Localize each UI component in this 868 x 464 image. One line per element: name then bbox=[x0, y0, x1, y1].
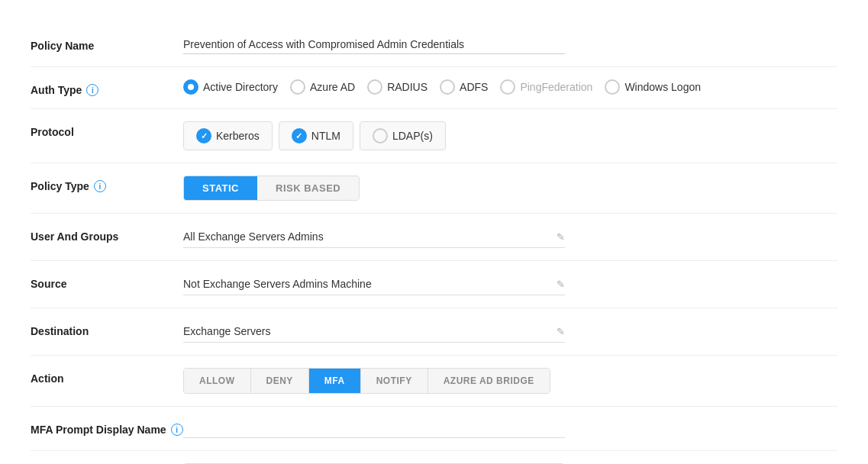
protocol-ldaps[interactable]: LDAP(s) bbox=[360, 121, 446, 150]
auth-type-active-directory[interactable]: Active Directory bbox=[183, 79, 278, 95]
auth-type-windows-label: Windows Logon bbox=[624, 81, 701, 93]
auth-type-windows-logon[interactable]: Windows Logon bbox=[605, 79, 701, 95]
action-allow-button[interactable]: ALLOW bbox=[184, 369, 251, 393]
auth-type-azure-ad[interactable]: Azure AD bbox=[290, 79, 355, 95]
destination-label: Destination bbox=[31, 321, 183, 337]
protocol-ntlm[interactable]: NTLM bbox=[279, 121, 353, 150]
policy-name-row: Policy Name bbox=[31, 23, 837, 66]
user-groups-field[interactable]: All Exchange Servers Admins ✎ bbox=[183, 226, 565, 248]
policy-name-content bbox=[183, 35, 837, 54]
action-label: Action bbox=[31, 368, 183, 385]
protocol-row: Protocol Kerberos NTLM LDAP(s) bbox=[31, 109, 837, 163]
checkbox-kerberos-icon bbox=[196, 128, 211, 143]
policy-type-static-button[interactable]: STATIC bbox=[184, 176, 257, 200]
auth-type-azure-ad-label: Azure AD bbox=[310, 81, 355, 93]
radio-windows-icon bbox=[605, 79, 620, 95]
destination-field[interactable]: Exchange Servers ✎ bbox=[183, 321, 565, 343]
policy-type-label: Policy Type i bbox=[31, 176, 183, 192]
protocol-kerberos[interactable]: Kerberos bbox=[183, 121, 273, 150]
destination-content: Exchange Servers ✎ bbox=[183, 321, 837, 343]
action-mfa-button[interactable]: MFA bbox=[309, 369, 361, 393]
policy-type-info-icon[interactable]: i bbox=[94, 180, 106, 192]
radio-azure-ad-icon bbox=[290, 79, 305, 95]
radio-active-directory-icon bbox=[183, 79, 198, 95]
checkbox-ntlm-icon bbox=[292, 128, 307, 143]
auth-type-active-directory-label: Active Directory bbox=[203, 81, 278, 93]
action-content: ALLOW DENY MFA NOTIFY AZURE AD BRIDGE bbox=[183, 368, 837, 394]
source-value: Not Exchange Servers Admins Machine bbox=[183, 278, 557, 290]
user-groups-edit-icon[interactable]: ✎ bbox=[557, 231, 565, 243]
auth-type-adfs[interactable]: ADFS bbox=[440, 79, 488, 95]
mfa-prompt-content bbox=[183, 419, 837, 438]
checkbox-ldaps-icon bbox=[373, 128, 388, 143]
auth-type-info-icon[interactable]: i bbox=[86, 84, 98, 96]
protocol-options: Kerberos NTLM LDAP(s) bbox=[183, 121, 837, 150]
mfa-prompt-input[interactable] bbox=[183, 419, 565, 438]
source-content: Not Exchange Servers Admins Machine ✎ bbox=[183, 273, 837, 295]
protocol-checkbox-group: Kerberos NTLM LDAP(s) bbox=[183, 121, 446, 150]
auth-type-radius[interactable]: RADIUS bbox=[367, 79, 428, 95]
user-groups-row: User And Groups All Exchange Servers Adm… bbox=[31, 214, 837, 260]
protocol-ldaps-label: LDAP(s) bbox=[392, 130, 433, 142]
source-label: Source bbox=[31, 273, 183, 290]
radio-adfs-icon bbox=[440, 79, 455, 95]
destination-edit-icon[interactable]: ✎ bbox=[557, 326, 565, 337]
user-groups-value: All Exchange Servers Admins bbox=[183, 230, 557, 243]
destination-row: Destination Exchange Servers ✎ bbox=[31, 308, 837, 355]
policy-type-toggle-group: STATIC RISK BASED bbox=[183, 176, 360, 201]
protocol-ntlm-label: NTLM bbox=[311, 130, 340, 142]
mfa-prompt-row: MFA Prompt Display Name i bbox=[31, 407, 837, 450]
action-deny-button[interactable]: DENY bbox=[251, 369, 309, 393]
policy-type-row: Policy Type i STATIC RISK BASED bbox=[31, 163, 837, 213]
source-edit-icon[interactable]: ✎ bbox=[557, 279, 565, 290]
policy-name-label: Policy Name bbox=[31, 35, 183, 52]
protocol-kerberos-label: Kerberos bbox=[216, 130, 260, 142]
action-button-group: ALLOW DENY MFA NOTIFY AZURE AD BRIDGE bbox=[183, 368, 550, 394]
mfa-prompt-info-icon[interactable]: i bbox=[171, 424, 183, 436]
auth-type-label: Auth Type i bbox=[31, 79, 183, 96]
protocol-label: Protocol bbox=[31, 121, 183, 138]
action-row: Action ALLOW DENY MFA NOTIFY AZURE AD BR… bbox=[31, 356, 837, 406]
user-groups-label: User And Groups bbox=[31, 226, 183, 243]
source-row: Source Not Exchange Servers Admins Machi… bbox=[31, 261, 837, 308]
auth-type-options: Active Directory Azure AD RADIUS ADFS Pi… bbox=[183, 79, 837, 95]
source-field[interactable]: Not Exchange Servers Admins Machine ✎ bbox=[183, 273, 565, 295]
auth-type-radius-label: RADIUS bbox=[387, 81, 428, 93]
user-groups-content: All Exchange Servers Admins ✎ bbox=[183, 226, 837, 248]
action-azure-ad-bridge-button[interactable]: AZURE AD BRIDGE bbox=[428, 369, 550, 393]
action-notify-button[interactable]: NOTIFY bbox=[361, 369, 428, 393]
radio-radius-icon bbox=[367, 79, 382, 95]
auth-type-ping-federation[interactable]: PingFederation bbox=[500, 79, 592, 95]
tokens-row: Tokens × Silverfort Mobile × Silverfort … bbox=[31, 451, 837, 464]
auth-type-ping-label: PingFederation bbox=[520, 81, 592, 93]
policy-name-input[interactable] bbox=[183, 35, 565, 54]
mfa-prompt-label: MFA Prompt Display Name i bbox=[31, 419, 183, 436]
destination-value: Exchange Servers bbox=[183, 325, 557, 337]
policy-type-risk-based-button[interactable]: RISK BASED bbox=[257, 176, 359, 200]
radio-ping-icon bbox=[500, 79, 515, 95]
auth-type-adfs-label: ADFS bbox=[460, 81, 488, 93]
auth-type-row: Auth Type i Active Directory Azure AD RA… bbox=[31, 67, 837, 108]
policy-type-options: STATIC RISK BASED bbox=[183, 176, 837, 201]
